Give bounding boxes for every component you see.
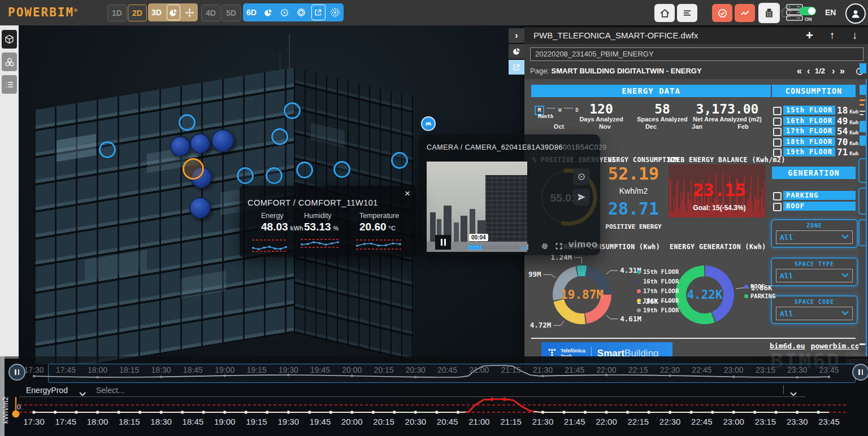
donut-slice[interactable]	[553, 299, 585, 324]
document-name-input[interactable]: 20220208_231405_PBIM_ENERGY	[530, 47, 863, 61]
analytics-button[interactable]	[735, 4, 755, 22]
timeline-overview-label: 20:15	[368, 365, 400, 374]
camera-marker[interactable]	[421, 116, 436, 131]
sensor-ring-marker[interactable]	[266, 167, 283, 184]
floor-checkbox[interactable]	[773, 117, 782, 126]
timeline-overview-label: 21:45	[559, 365, 591, 374]
arrow-down-icon[interactable]: ↓	[852, 27, 858, 44]
sensor-disc-marker[interactable]	[190, 133, 210, 154]
button-4d[interactable]: 4D	[201, 5, 220, 21]
metric-value: 48.03kWh	[261, 221, 303, 233]
chevron-down-icon[interactable]	[841, 271, 849, 280]
volume-bars-icon[interactable]	[522, 244, 528, 250]
selector-box: SPACE CODEAll	[771, 295, 858, 324]
legend-item: 15th FLOOR	[637, 268, 679, 275]
page-first-button[interactable]: «	[797, 63, 802, 79]
timeline-overview-label: 23:15	[749, 365, 781, 374]
pause-button[interactable]	[435, 235, 451, 250]
sensor-ring-marker[interactable]	[391, 152, 408, 169]
building-button[interactable]	[758, 3, 780, 23]
sensor-ring-marker[interactable]	[179, 114, 196, 131]
button-3d[interactable]: 3D	[148, 8, 165, 17]
export-tab[interactable]	[509, 60, 524, 75]
collapse-panel-tab[interactable]: ›	[509, 28, 524, 43]
floor-unit: Kwh	[849, 141, 858, 146]
page-last-button[interactable]: »	[840, 63, 845, 79]
timeline-axis-label: 23:15	[749, 417, 781, 426]
fullscreen-icon[interactable]	[555, 242, 563, 252]
nzeb-value: 23.15	[677, 180, 762, 200]
video-settings-icon[interactable]	[540, 242, 549, 253]
selector-dropdown[interactable]: All	[776, 307, 853, 320]
selector-dropdown[interactable]: All	[776, 230, 853, 244]
add-icon[interactable]: +	[806, 27, 813, 44]
chevron-down-icon[interactable]	[841, 309, 849, 317]
model-view-button[interactable]	[2, 30, 17, 49]
list-view-button[interactable]	[2, 75, 17, 94]
timeline-axis-label: 22:30	[654, 417, 686, 426]
floor-checkbox[interactable]	[773, 149, 782, 157]
generation-checkbox[interactable]	[773, 192, 782, 200]
timeline-overview-label: 21:30	[527, 365, 558, 374]
page-next-button[interactable]: ›	[832, 63, 835, 79]
dashboard-tab[interactable]	[509, 44, 524, 59]
panel-filename: PWB_TELEFONICA_SMART-OFFICE.dwfx	[524, 30, 698, 40]
timeline-right-handle[interactable]	[852, 364, 868, 381]
month-label: Jan	[680, 123, 714, 130]
button-5d[interactable]: 5D	[222, 5, 241, 21]
timeline-overview-label: 22:00	[591, 365, 622, 374]
timeline-left-handle[interactable]	[8, 364, 25, 381]
floor-checkbox[interactable]	[773, 138, 782, 147]
floor-label: 18th FLOOR	[783, 137, 835, 146]
floor-checkbox[interactable]	[773, 128, 782, 136]
sensor-disc-marker[interactable]	[170, 136, 190, 156]
sensor-ring-marker[interactable]	[271, 128, 288, 145]
video-progress-bar[interactable]	[467, 245, 519, 250]
page-row: Page: SMART BUILDING DIGITALTWIN - ENERG…	[524, 63, 868, 79]
page-prev-button[interactable]: ‹	[807, 63, 810, 79]
share-button[interactable]	[573, 189, 590, 206]
user-avatar[interactable]	[845, 3, 866, 24]
broadcast-settings-icon[interactable]	[329, 5, 342, 20]
button-6d[interactable]: 6D	[243, 8, 260, 17]
button-2d[interactable]: 2D	[128, 5, 147, 21]
on-toggle[interactable]	[799, 7, 816, 15]
sensor-ring-marker[interactable]	[237, 167, 254, 184]
floor-checkbox[interactable]	[773, 107, 782, 115]
selector-dropdown[interactable]: All	[776, 269, 853, 282]
sensor-ring-marker[interactable]	[333, 161, 350, 178]
move-icon[interactable]	[184, 5, 196, 20]
sensor-disc-marker[interactable]	[189, 197, 211, 219]
month-label: Feb	[726, 123, 760, 130]
list-button[interactable]	[677, 4, 697, 22]
metric-label: Energy	[261, 212, 284, 220]
consumption-value: 52.19	[600, 164, 667, 184]
selector-label: SPACE TYPE	[772, 261, 857, 267]
eye-icon[interactable]	[294, 5, 307, 20]
sensor-ring-marker[interactable]	[99, 141, 116, 158]
button-1d[interactable]: 1D	[107, 5, 127, 21]
floor-consumption-value: 70Kwh	[837, 137, 859, 147]
close-icon[interactable]: ×	[405, 188, 410, 199]
selected-sensor-marker[interactable]	[183, 158, 204, 180]
sensor-ring-marker[interactable]	[296, 162, 313, 178]
export-icon[interactable]	[311, 5, 326, 20]
arrow-up-icon[interactable]: ↑	[830, 27, 835, 44]
layers-button[interactable]	[2, 53, 17, 71]
snapshot-target-button[interactable]	[573, 168, 590, 185]
viewer-sidebar	[0, 25, 19, 359]
pie-chart-icon[interactable]	[167, 5, 180, 20]
language-selector[interactable]: EN	[825, 8, 836, 17]
sensor-disc-marker[interactable]	[211, 129, 234, 152]
chevron-down-icon[interactable]	[841, 233, 849, 241]
pie-chart-icon[interactable]	[262, 5, 275, 20]
target-icon[interactable]	[278, 5, 291, 20]
generation-label: ROOF	[783, 202, 856, 211]
sensor-ring-marker[interactable]	[284, 102, 301, 119]
generation-checkbox[interactable]	[773, 203, 782, 211]
car-icon	[424, 120, 432, 128]
timeline-overview-label: 21:15	[495, 365, 527, 374]
home-button[interactable]	[654, 4, 675, 22]
tasks-button[interactable]	[712, 4, 732, 22]
month-label: Dec	[634, 123, 668, 130]
